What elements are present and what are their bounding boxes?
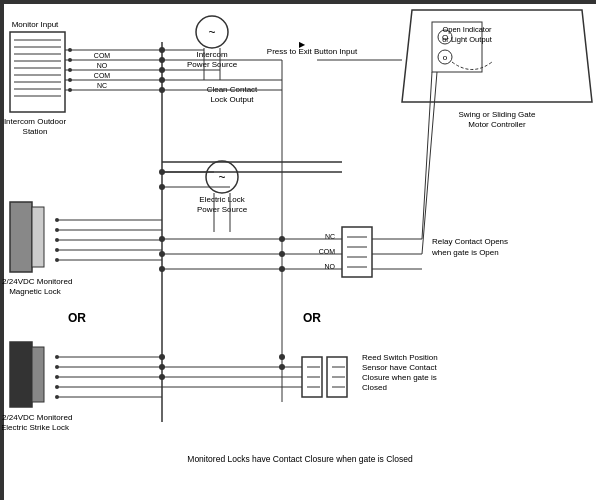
- svg-rect-68: [10, 342, 32, 407]
- svg-text:Reed Switch Position: Reed Switch Position: [362, 353, 438, 362]
- svg-point-132: [159, 87, 165, 93]
- svg-text:Power Source: Power Source: [197, 205, 248, 214]
- svg-point-131: [159, 77, 165, 83]
- svg-text:~: ~: [208, 25, 215, 39]
- svg-text:Closure when gate is: Closure when gate is: [362, 373, 437, 382]
- svg-rect-82: [342, 227, 372, 277]
- svg-text:Electric Strike Lock: Electric Strike Lock: [2, 423, 70, 432]
- svg-text:o: o: [443, 53, 448, 62]
- svg-text:OR: OR: [68, 311, 86, 325]
- svg-text:NO: NO: [97, 62, 108, 69]
- svg-text:Swing or Sliding Gate: Swing or Sliding Gate: [459, 110, 536, 119]
- svg-point-145: [279, 354, 285, 360]
- svg-text:Closed: Closed: [362, 383, 387, 392]
- svg-text:OR: OR: [303, 311, 321, 325]
- svg-text:Intercom: Intercom: [196, 50, 227, 59]
- svg-rect-54: [32, 207, 44, 267]
- svg-rect-1: [10, 32, 65, 112]
- svg-text:Monitored Locks have Contact C: Monitored Locks have Contact Closure whe…: [187, 454, 413, 464]
- svg-text:12/24VDC Monitored: 12/24VDC Monitored: [2, 413, 72, 422]
- svg-marker-114: [402, 10, 592, 102]
- svg-text:Open Indicator: Open Indicator: [442, 25, 492, 34]
- wiring-diagram: Monitor Input COM NO COM NC Intercom Out…: [0, 0, 596, 500]
- svg-rect-53: [10, 202, 32, 272]
- svg-text:12/24VDC Monitored: 12/24VDC Monitored: [2, 277, 72, 286]
- svg-text:COM: COM: [94, 52, 111, 59]
- svg-text:Station: Station: [23, 127, 48, 136]
- svg-text:Power Source: Power Source: [187, 60, 238, 69]
- svg-text:Intercom Outdoor: Intercom Outdoor: [4, 117, 67, 126]
- svg-text:Lock Output: Lock Output: [210, 95, 254, 104]
- svg-text:COM: COM: [94, 72, 111, 79]
- svg-text:Motor Controller: Motor Controller: [468, 120, 526, 129]
- svg-text:Magnetic Lock: Magnetic Lock: [9, 287, 62, 296]
- svg-point-139: [159, 364, 165, 370]
- svg-text:NC: NC: [97, 82, 107, 89]
- svg-text:Relay Contact Opens: Relay Contact Opens: [432, 237, 508, 246]
- svg-point-140: [159, 374, 165, 380]
- svg-point-128: [159, 47, 165, 53]
- svg-point-138: [159, 354, 165, 360]
- svg-text:or Light Output: or Light Output: [442, 35, 493, 44]
- svg-point-133: [159, 169, 165, 175]
- svg-point-129: [159, 57, 165, 63]
- svg-text:Monitor Input: Monitor Input: [12, 20, 59, 29]
- svg-text:when gate is Open: when gate is Open: [431, 248, 499, 257]
- svg-text:Sensor have Contact: Sensor have Contact: [362, 363, 437, 372]
- svg-rect-69: [32, 347, 44, 402]
- svg-point-134: [159, 184, 165, 190]
- svg-text:Electric Lock: Electric Lock: [199, 195, 245, 204]
- svg-point-146: [279, 364, 285, 370]
- svg-point-130: [159, 67, 165, 73]
- svg-text:Press to Exit Button Input: Press to Exit Button Input: [267, 47, 358, 56]
